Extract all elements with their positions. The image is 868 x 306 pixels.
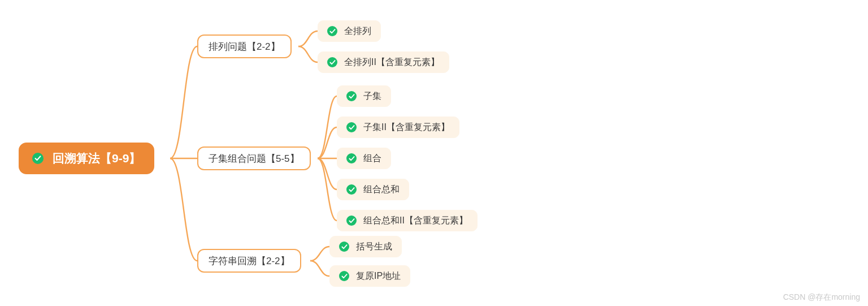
leaf-label: 组合总和II【含重复元素】: [363, 215, 468, 227]
check-icon: [346, 184, 357, 195]
leaf-label: 全排列: [344, 25, 371, 37]
leaf-subset-ii[interactable]: 子集II【含重复元素】: [337, 117, 459, 138]
watermark: CSDN @存在morning: [783, 292, 860, 303]
leaf-generate-parentheses[interactable]: 括号生成: [329, 236, 402, 257]
check-icon: [32, 153, 44, 164]
leaf-label: 子集II【含重复元素】: [363, 122, 450, 133]
branch-label: 子集组合问题【5-5】: [209, 152, 300, 165]
check-icon: [346, 122, 357, 132]
leaf-label: 组合总和: [363, 184, 400, 196]
root-node[interactable]: 回溯算法【9-9】: [19, 143, 154, 174]
leaf-combination-sum[interactable]: 组合总和: [337, 179, 409, 200]
leaf-subset[interactable]: 子集: [337, 85, 391, 107]
check-icon: [346, 216, 357, 226]
leaf-label: 子集: [363, 90, 381, 102]
leaf-full-permutation[interactable]: 全排列: [318, 20, 381, 42]
check-icon: [339, 242, 349, 252]
leaf-full-permutation-ii[interactable]: 全排列II【含重复元素】: [318, 51, 449, 73]
leaf-label: 括号生成: [356, 241, 392, 253]
check-icon: [327, 26, 337, 36]
branch-permutation[interactable]: 排列问题【2-2】: [197, 35, 292, 58]
leaf-restore-ip[interactable]: 复原IP地址: [329, 265, 410, 287]
leaf-label: 复原IP地址: [356, 270, 401, 282]
branch-subset-combination[interactable]: 子集组合问题【5-5】: [197, 146, 311, 170]
check-icon: [339, 271, 349, 281]
root-label: 回溯算法【9-9】: [53, 150, 141, 166]
check-icon: [327, 57, 337, 67]
leaf-combination-sum-ii[interactable]: 组合总和II【含重复元素】: [337, 210, 478, 231]
leaf-label: 全排列II【含重复元素】: [344, 57, 440, 68]
leaf-combination[interactable]: 组合: [337, 148, 391, 169]
leaf-label: 组合: [363, 153, 381, 165]
branch-string-backtrack[interactable]: 字符串回溯【2-2】: [197, 249, 301, 273]
check-icon: [346, 91, 357, 101]
check-icon: [346, 153, 357, 163]
branch-label: 字符串回溯【2-2】: [209, 255, 290, 268]
branch-label: 排列问题【2-2】: [209, 40, 280, 53]
